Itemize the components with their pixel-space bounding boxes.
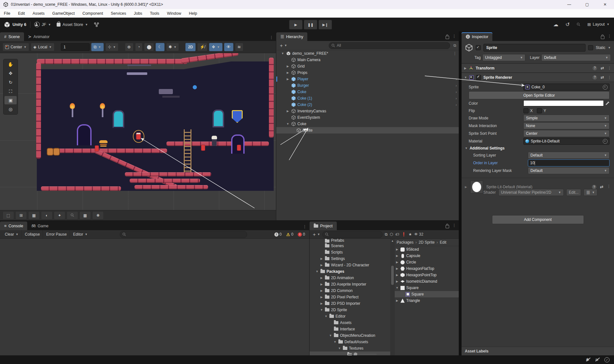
door-left[interactable] [77, 124, 92, 145]
project-folder-defaultassets[interactable]: ▼DefaultAssets [310, 339, 390, 345]
expander-icon[interactable]: ▼ [338, 347, 341, 350]
tab-console[interactable]: ≡Console [0, 222, 27, 230]
box-fill-tool[interactable]: ▩ [79, 211, 91, 220]
hidden-count[interactable]: 👁︎ 32 [414, 232, 424, 237]
project-folder-editor[interactable]: ▼Editor [310, 313, 390, 320]
focus-inspector-icon[interactable]: ⧉ [385, 232, 388, 237]
asset-square[interactable]: Square [395, 291, 459, 297]
prefab-chevron-icon[interactable]: › [456, 77, 457, 81]
help-icon[interactable]: ? [593, 75, 597, 80]
tab-inspector[interactable]: i Inspector [462, 32, 492, 41]
expander-icon[interactable]: ▼ [395, 286, 399, 289]
prefab-chevron-icon[interactable]: › [456, 96, 457, 100]
layers-button[interactable]: ≋ [235, 43, 244, 51]
breadcrumb-packages[interactable]: Packages [397, 240, 414, 245]
step-button[interactable]: ▶❙ [319, 20, 332, 29]
rect-tool[interactable]: ▣ [4, 96, 17, 104]
object-picker-icon[interactable] [603, 139, 608, 144]
presets-icon[interactable]: ⇄ [601, 66, 604, 70]
minimize-button[interactable]: — [560, 0, 578, 9]
sprite-renderer-component-header[interactable]: ▼ Sprite Renderer ?⇄⋮ [462, 73, 614, 82]
window-teal-right[interactable] [213, 109, 224, 127]
project-folder-wizard-2d-character[interactable]: ▶Wizard - 2D Character [310, 262, 390, 268]
hierarchy-item-coke[interactable]: Coke› [276, 89, 459, 95]
gizmo-half-button[interactable]: ◔ [135, 43, 143, 51]
sprite-sort-point-dropdown[interactable]: Center▼ [523, 130, 610, 137]
transform-tool[interactable]: ◎ [4, 105, 17, 113]
coke-sprite-4[interactable] [95, 145, 99, 151]
foldout-icon[interactable]: ▶ [465, 185, 467, 189]
menu-gameobject[interactable]: GameObject [48, 9, 78, 18]
status-ok-icon[interactable]: ✓ [604, 357, 610, 362]
expander-icon[interactable]: ▶ [395, 254, 399, 257]
grid-size-field[interactable]: 1 [61, 43, 90, 51]
project-folder-2d-aseprite-importer[interactable]: ▶2D Aseprite Importer [310, 281, 390, 287]
move-tool[interactable]: ✥ [4, 69, 17, 77]
expander-icon[interactable]: ▶ [395, 248, 399, 251]
pause-button[interactable]: ❚❚ [304, 20, 317, 29]
project-kebab-icon[interactable]: ⋮ [452, 224, 456, 228]
hierarchy-search-input[interactable]: All [329, 42, 450, 49]
console-search-input[interactable] [120, 231, 247, 238]
presets-icon[interactable]: ⇄ [600, 185, 603, 189]
foldout-icon[interactable]: ▶ [464, 67, 466, 70]
hierarchy-item-main-camera[interactable]: Main Camera [276, 57, 459, 63]
order-in-layer-input[interactable]: 10 [528, 159, 610, 166]
color-swatch[interactable] [523, 100, 604, 106]
expander-icon[interactable]: ▼ [333, 340, 337, 344]
warn-count-badge[interactable]: ⚠0 [284, 232, 296, 237]
tile-palette-tool[interactable]: ▦ [28, 211, 40, 220]
breadcrumb[interactable]: Packages›2D Sprite›Edit [395, 239, 459, 246]
layout-menu[interactable]: ⊞ Layout▼ [587, 22, 610, 27]
expander-icon[interactable]: ▶ [286, 65, 290, 68]
scale-tool[interactable]: ⛶ [4, 87, 17, 95]
search-icon[interactable] [577, 23, 580, 26]
err-count-badge[interactable]: !0 [295, 232, 307, 237]
static-checkbox[interactable] [588, 45, 593, 50]
name-field[interactable]: Sprite [483, 44, 586, 52]
marquee-select-tool[interactable]: ⬚ [3, 211, 14, 220]
play-button[interactable]: ▶ [289, 20, 303, 29]
tab-scene[interactable]: #Scene [0, 32, 24, 41]
particles-tool[interactable]: ❋ [92, 211, 104, 220]
expander-icon[interactable]: ▶ [395, 280, 399, 283]
expander-icon[interactable]: ▶ [320, 283, 323, 286]
prefab-chevron-icon[interactable]: › [456, 90, 457, 94]
editor-dropdown[interactable]: Editor▼ [70, 230, 90, 239]
flip-x-checkbox[interactable] [523, 108, 529, 113]
expander-icon[interactable]: ▶ [320, 257, 323, 260]
scene-viewport[interactable]: ✋ ✥ ↻ ⛶ ▣ ◎ ⬚ ⊞ ▦ ◐ ✦ ▩ ❋ [0, 53, 276, 220]
hierarchy-item-coke[interactable]: ▼Coke [276, 121, 459, 127]
hanging-platform[interactable] [127, 72, 147, 75]
flip-y-checkbox[interactable] [537, 108, 542, 113]
shader-dropdown[interactable]: Universal Render Pipeline/2D▼ [498, 189, 564, 196]
maximize-button[interactable]: ▢ [578, 0, 596, 9]
mask-interaction-dropdown[interactable]: None▼ [523, 122, 610, 129]
component-enabled-checkbox[interactable] [476, 75, 481, 80]
hierarchy-item-grid[interactable]: ▶Grid [276, 63, 459, 69]
collapse-button[interactable]: Collapse [22, 230, 43, 239]
add-object-button[interactable]: ＋▼ [279, 43, 287, 49]
tool-handle-pivot[interactable]: Center▼ [3, 43, 29, 51]
ladder-prop[interactable] [184, 129, 191, 172]
grid-snap-y-button[interactable]: ⧉▼ [91, 43, 104, 51]
project-folder-scenes[interactable]: Scenes [310, 243, 390, 249]
hierarchy-item-coke-2-[interactable]: Coke (2)› [276, 101, 459, 108]
project-folder-objectmenucreation[interactable]: ▼ObjectMenuCreation [310, 332, 390, 339]
open-sprite-editor-button[interactable]: Open Sprite Editor [469, 91, 610, 99]
create-asset-button[interactable]: ＋▼ [312, 231, 320, 238]
object-picker-icon[interactable] [603, 85, 608, 90]
hierarchy-item-props[interactable]: ▶Props [276, 69, 459, 76]
static-dropdown-icon[interactable]: ▼ [608, 46, 611, 49]
asset-store-menu[interactable]: Asset Store▼ [57, 22, 88, 27]
active-checkbox[interactable] [476, 45, 481, 50]
history-icon[interactable]: ↺ [565, 21, 570, 28]
hierarchy-item-burger[interactable]: Burger› [276, 82, 459, 89]
barrel-1[interactable] [47, 148, 53, 156]
gizmo-moon-button[interactable]: ☾ [156, 43, 165, 51]
project-folder-scripts[interactable]: Scripts [310, 249, 390, 255]
eyedropper-icon[interactable] [605, 101, 610, 105]
hierarchy-kebab-icon[interactable]: ⋮ [452, 35, 456, 39]
window-teal-left[interactable] [113, 110, 124, 128]
tile-move-tool[interactable]: ⊞ [15, 211, 27, 220]
